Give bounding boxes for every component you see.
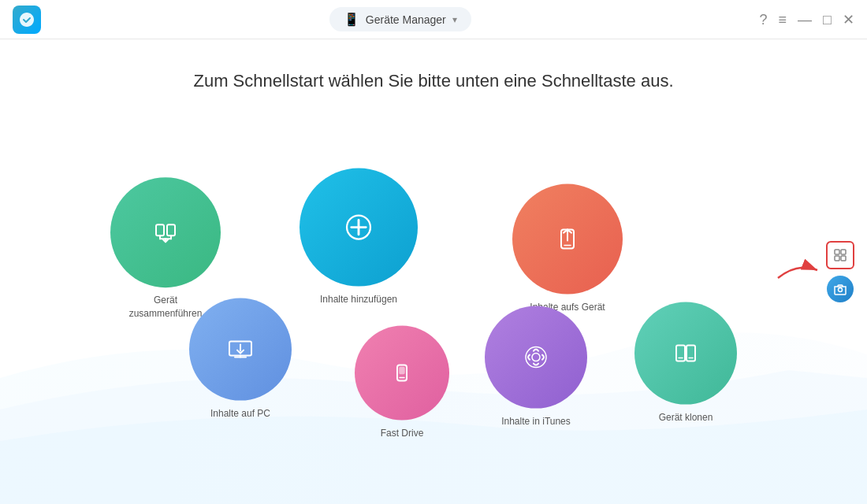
- menu-button[interactable]: ≡: [779, 13, 787, 27]
- svg-point-17: [532, 354, 540, 361]
- heading-text: Zum Schnellstart wählen Sie bitte unten …: [193, 71, 673, 91]
- fast-drive-item[interactable]: Fast Drive: [355, 326, 449, 440]
- add-content-label: Inhalte hinzufügen: [320, 293, 397, 306]
- manager-title: Geräte Manager: [366, 13, 446, 26]
- close-button[interactable]: ✕: [843, 13, 854, 27]
- phone-icon: 📱: [344, 12, 359, 27]
- arrow-indicator: [774, 258, 821, 285]
- maximize-button[interactable]: □: [823, 13, 832, 27]
- svg-rect-25: [841, 256, 846, 261]
- itunes-item[interactable]: Inhalte in iTunes: [485, 306, 587, 428]
- itunes-circle: [485, 306, 587, 409]
- to-device-circle: [512, 184, 623, 295]
- clone-device-item[interactable]: Gerät klonen: [634, 302, 737, 424]
- minimize-button[interactable]: —: [798, 13, 812, 27]
- geraete-manager-button[interactable]: 📱 Geräte Manager ▾: [329, 7, 471, 32]
- svg-rect-19: [687, 346, 695, 361]
- svg-rect-24: [835, 256, 839, 261]
- add-content-circle: [300, 169, 418, 287]
- svg-rect-23: [841, 250, 846, 254]
- svg-rect-18: [676, 346, 685, 361]
- main-content: Zum Schnellstart wählen Sie bitte unten …: [0, 39, 867, 504]
- help-button[interactable]: ?: [760, 13, 768, 27]
- add-content-item[interactable]: Inhalte hinzufügen: [300, 169, 418, 306]
- clone-device-circle: [634, 302, 737, 405]
- fast-drive-label: Fast Drive: [381, 427, 424, 440]
- side-panel-buttons: [826, 241, 854, 302]
- to-device-item[interactable]: Inhalte aufs Gerät: [512, 184, 623, 314]
- titlebar: 📱 Geräte Manager ▾ ? ≡ — □ ✕: [0, 0, 867, 39]
- svg-rect-0: [156, 224, 164, 235]
- to-pc-item[interactable]: Inhalte auf PC: [189, 298, 292, 421]
- fast-drive-circle: [355, 326, 449, 421]
- to-pc-label: Inhalte auf PC: [210, 407, 270, 421]
- svg-rect-15: [400, 368, 404, 374]
- clone-device-label: Gerät klonen: [659, 411, 713, 424]
- itunes-label: Inhalte in iTunes: [501, 415, 571, 428]
- grid-view-button[interactable]: [826, 241, 854, 269]
- app-logo: [13, 6, 41, 34]
- to-pc-circle: [189, 298, 292, 401]
- chevron-down-icon: ▾: [452, 14, 457, 25]
- quick-actions-grid: Gerätzusammenführen Inhalte hinzufügen: [0, 91, 867, 422]
- svg-rect-1: [167, 224, 175, 235]
- merge-device-circle: [110, 177, 221, 287]
- svg-rect-22: [835, 250, 839, 254]
- page-heading: Zum Schnellstart wählen Sie bitte unten …: [0, 39, 867, 91]
- camera-button[interactable]: [827, 276, 854, 302]
- window-controls: ? ≡ — □ ✕: [760, 13, 854, 27]
- svg-point-26: [839, 288, 843, 292]
